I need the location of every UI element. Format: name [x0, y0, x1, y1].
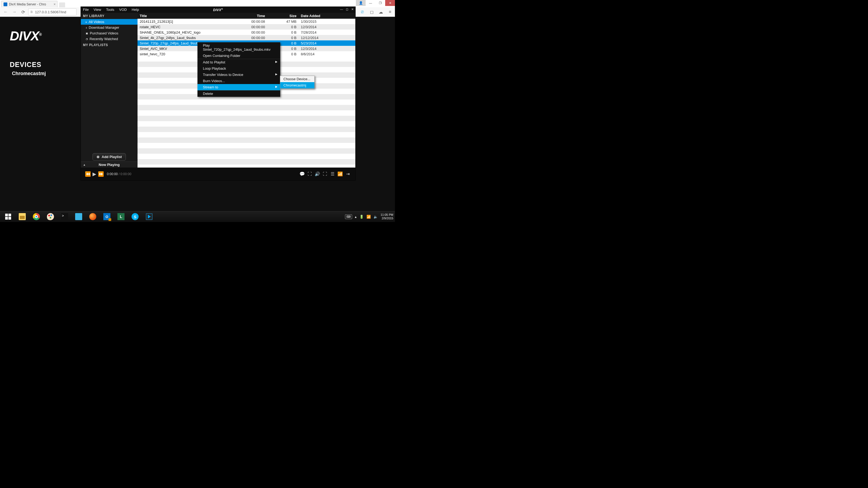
cast-icon[interactable]: ⎚ — [359, 9, 366, 15]
cast-out-icon[interactable]: ⇥ — [344, 171, 351, 176]
submenu-item[interactable]: Choose Device... — [280, 76, 314, 82]
browser-back-button[interactable]: ← — [2, 8, 9, 15]
menu-view[interactable]: View — [93, 7, 102, 12]
taskbar: O L S ⌨ ▴ 🔋 📶 🔈 11:05 PM 2/9/2015 — [0, 211, 395, 222]
context-menu-item[interactable]: Delete — [197, 91, 280, 97]
svg-rect-3 — [8, 217, 11, 220]
menu-file[interactable]: File — [83, 7, 89, 12]
window-close-button[interactable]: ✕ — [385, 0, 395, 6]
start-button[interactable] — [1, 212, 15, 222]
tray-network-icon[interactable]: 📶 — [367, 215, 371, 219]
taskbar-paint[interactable] — [43, 212, 58, 222]
cell-date: 12/3/2014 — [299, 46, 328, 51]
extension-cloud-icon[interactable]: ☁ — [378, 9, 384, 15]
tray-keyboard-icon[interactable]: ⌨ — [345, 215, 352, 219]
browser-forward-button[interactable]: → — [11, 8, 18, 15]
recent-icon: ◔ — [86, 38, 88, 40]
volume-icon[interactable]: 🔊 — [314, 171, 321, 176]
context-menu-item[interactable]: Play Sintel_720p_27qp_24fps_1aud_9subs.m… — [197, 42, 280, 53]
sidebar-download-manager[interactable]: ±Download Manager — [81, 25, 137, 30]
context-menu-item[interactable]: Add to Playlist▶ — [197, 59, 280, 65]
table-row[interactable]: SHANE_ONEIL_1080p24_HEVC_logo00:00:000 B… — [137, 30, 355, 35]
column-time[interactable]: Time — [231, 14, 267, 18]
play-triangle-icon: ▸ — [86, 21, 87, 23]
sidebar-my-library-header: MY LIBRARY — [81, 13, 137, 19]
divx-minimize-button[interactable]: — — [340, 8, 343, 11]
sidebar-purchased-videos[interactable]: ▣Purchased Videos — [81, 30, 137, 36]
taskbar-cmd[interactable] — [58, 212, 72, 222]
submenu-arrow-icon: ▶ — [275, 60, 278, 63]
menu-vod[interactable]: VOD — [119, 7, 127, 12]
taskbar-store[interactable] — [72, 212, 86, 222]
cell-date: 7/28/2014 — [299, 30, 328, 34]
new-tab-button[interactable] — [59, 2, 65, 7]
taskbar-skype[interactable]: S — [128, 212, 142, 222]
submenu-item[interactable]: Chromecastmj — [280, 82, 314, 88]
context-menu-item[interactable]: Transfer Videos to Device▶ — [197, 72, 280, 78]
column-date[interactable]: Date Added — [299, 14, 328, 18]
divx-brand-icon: DIVX® — [213, 8, 223, 12]
cell-size: 47 MB — [267, 20, 299, 24]
tab-favicon-icon — [3, 2, 7, 6]
taskbar-lync[interactable]: L — [114, 212, 128, 222]
subtitle-icon[interactable]: 💬 — [299, 171, 306, 176]
sidebar-recently-watched[interactable]: ◔Recently Watched — [81, 36, 137, 42]
table-row[interactable]: 20141115_212613[1]00:00:0847 MB1/30/2015 — [137, 19, 355, 24]
tray-clock[interactable]: 11:05 PM 2/9/2015 — [380, 213, 393, 220]
playlist-icon[interactable]: ☰ — [329, 171, 336, 176]
taskbar-media-player[interactable] — [142, 212, 156, 222]
fast-forward-button[interactable]: ⏩ — [98, 171, 104, 177]
device-entry[interactable]: Chromecastmj — [12, 71, 46, 76]
taskbar-chrome[interactable] — [29, 212, 43, 222]
cell-date: 8/6/2014 — [299, 52, 328, 56]
table-row[interactable]: Sintel_4k_27qp_24fps_1aud_9subs00:00:000… — [137, 35, 355, 40]
sidebar: MY LIBRARY ▸All Videos ±Download Manager… — [81, 13, 137, 167]
tab-title: DivX Media Server - Chro — [9, 2, 46, 6]
menu-tools[interactable]: Tools — [105, 7, 115, 12]
cell-size: 0 B — [267, 30, 299, 34]
cell-title: rotate_HEVC — [137, 25, 231, 29]
play-button[interactable]: ▶ — [91, 171, 98, 177]
context-menu-item[interactable]: Stream to▶ — [197, 84, 280, 91]
sidebar-all-videos[interactable]: ▸All Videos — [81, 19, 137, 25]
taskbar-firefox[interactable] — [86, 212, 100, 222]
aspect-icon[interactable]: ⛶ — [306, 172, 314, 176]
cell-time: 00:00:08 — [231, 20, 267, 24]
now-playing-bar[interactable]: ▲Now Playing — [81, 162, 137, 167]
divx-close-button[interactable]: ✕ — [350, 8, 354, 11]
page-icon: 🗎 — [30, 10, 33, 14]
chrome-menu-icon[interactable]: ≡ — [387, 9, 393, 15]
fullscreen-icon[interactable]: ⛶ — [321, 172, 329, 176]
context-menu-item[interactable]: Open Containing Folder — [197, 53, 280, 59]
tray-volume-icon[interactable]: 🔈 — [373, 215, 378, 219]
tray-battery-icon[interactable]: 🔋 — [360, 215, 364, 219]
add-playlist-button[interactable]: ⊕Add Playlist — [93, 153, 126, 161]
tab-close-icon[interactable]: × — [54, 2, 56, 6]
context-menu-item[interactable]: Burn Videos... — [197, 78, 280, 84]
cell-title: Sintel_4k_27qp_24fps_1aud_9subs — [137, 36, 231, 40]
devices-heading: DEVICES — [10, 61, 41, 69]
stream-icon[interactable]: 📶 — [336, 171, 344, 176]
taskbar-explorer[interactable] — [15, 212, 29, 222]
svg-rect-0 — [5, 214, 8, 216]
taskbar-outlook[interactable]: O — [100, 212, 114, 222]
submenu-arrow-icon: ▶ — [275, 85, 278, 88]
expand-up-icon[interactable]: ▲ — [83, 163, 86, 166]
window-minimize-button[interactable]: — — [366, 0, 375, 6]
rewind-button[interactable]: ⏪ — [85, 171, 91, 177]
browser-address-bar[interactable]: 🗎 127.0.0.1:58067/ind — [28, 8, 76, 15]
column-size[interactable]: Size — [267, 14, 299, 18]
cell-title: SHANE_ONEIL_1080p24_HEVC_logo — [137, 30, 231, 34]
window-maximize-button[interactable]: ❐ — [375, 0, 385, 6]
svg-rect-1 — [8, 214, 11, 216]
column-title[interactable]: Title — [137, 14, 231, 18]
extension-square-icon[interactable]: ◻ — [368, 9, 375, 15]
chrome-user-icon[interactable]: 👤 — [356, 0, 366, 6]
browser-reload-button[interactable]: ⟳ — [20, 8, 27, 15]
menu-help[interactable]: Help — [131, 7, 140, 12]
table-row[interactable]: rotate_HEVC00:00:000 B12/3/2014 — [137, 24, 355, 30]
divx-maximize-button[interactable]: ◻ — [345, 8, 349, 11]
context-menu-item[interactable]: Loop Playback — [197, 65, 280, 72]
browser-tab[interactable]: DivX Media Server - Chro × — [1, 1, 58, 7]
tray-overflow-icon[interactable]: ▴ — [355, 215, 357, 219]
